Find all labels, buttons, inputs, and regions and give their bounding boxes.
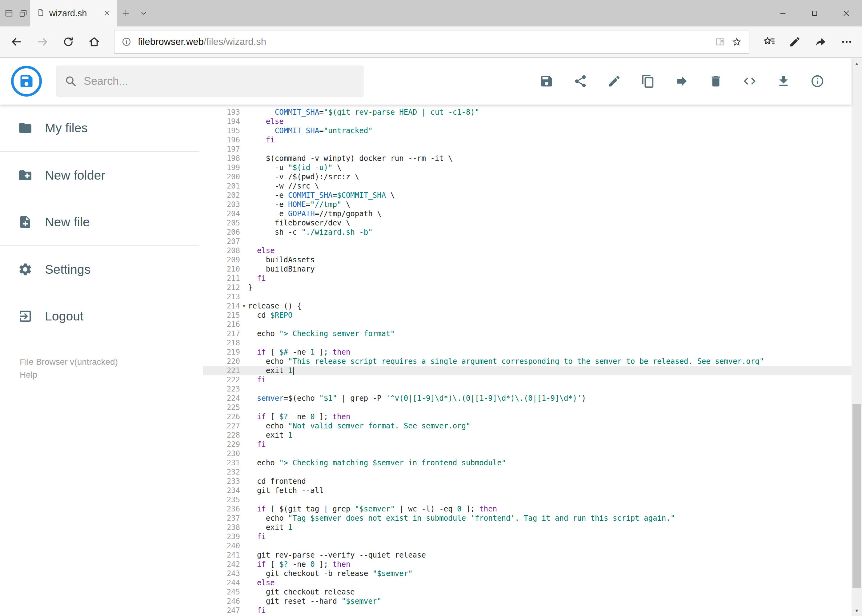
code-line[interactable]: 227 echo "Not valid semver format. See s… [203,421,851,431]
address-bar[interactable]: filebrowser.web/files/wizard.sh [114,30,749,54]
web-note-pen-icon[interactable] [782,28,808,55]
code-line[interactable]: 235 [203,495,851,504]
sidebar-item-my-files[interactable]: My files [0,105,203,151]
code-line[interactable]: 221 exit 1 [203,366,851,375]
sidebar-item-new-file[interactable]: New file [0,199,203,245]
code-line[interactable]: 199 -u "$(id -u)" \ [203,163,851,172]
code-line[interactable]: 224 semver=$(echo "$1" | grep -P '^v(0|[… [203,394,851,403]
code-line[interactable]: 220 echo "This release script requires a… [203,357,851,366]
code-line[interactable]: 195 COMMIT_SHA="untracked" [203,126,851,135]
hub-favorites-icon[interactable] [756,28,782,55]
code-line[interactable]: 225 [203,403,851,412]
download-icon[interactable] [777,74,791,88]
code-line[interactable]: 215 cd $REPO [203,311,851,320]
search-box[interactable] [56,66,364,97]
move-arrow-icon[interactable] [675,74,689,88]
code-line[interactable]: 214▾release () { [203,302,851,311]
fold-marker-icon[interactable]: ▾ [240,302,248,311]
refresh-icon[interactable] [55,28,81,55]
code-line[interactable]: 206 sh -c "./wizard.sh -b" [203,228,851,237]
save-icon[interactable] [539,74,554,88]
code-line[interactable]: 208 else [203,246,851,255]
code-line[interactable]: 201 -w //src \ [203,181,851,191]
code-line[interactable]: 229 fi [203,440,851,449]
code-line[interactable]: 232 [203,467,851,477]
sidebar-item-new-folder[interactable]: New folder [0,152,203,199]
tab-close-icon[interactable] [101,7,113,19]
code-line[interactable]: 228 exit 1 [203,431,851,440]
rename-pencil-icon[interactable] [607,74,621,88]
close-button[interactable] [830,0,862,27]
code-line[interactable]: 239 fi [203,532,851,541]
code-line[interactable]: 218 [203,338,851,347]
copy-icon[interactable] [641,74,655,88]
code-line[interactable]: 231 echo "> Checking matching $semver in… [203,458,851,467]
reading-view-icon[interactable] [712,33,728,50]
search-input[interactable] [84,75,355,88]
filebrowser-logo[interactable] [11,66,42,97]
code-line[interactable]: 203 -e HOME="//tmp" \ [203,200,851,209]
maximize-button[interactable] [799,0,830,27]
code-line[interactable]: 247 fi [203,606,851,615]
help-link[interactable]: Help [20,368,203,381]
code-line[interactable]: 244 else [203,578,851,588]
browser-tab[interactable]: wizard.sh [30,0,117,27]
code-line[interactable]: 198 $(command -v winpty) docker run --rm… [203,154,851,163]
code-line[interactable]: 238 exit 1 [203,523,851,532]
code-line[interactable]: 213 [203,292,851,302]
code-line[interactable]: 237 echo "Tag $semver does not exist in … [203,514,851,523]
code-line[interactable]: 216 [203,320,851,329]
scroll-down-icon[interactable]: ▼ [851,605,862,616]
code-line[interactable]: 219 if [ $# -ne 1 ]; then [203,347,851,357]
page-scrollbar[interactable]: ▲ ▼ [851,58,862,616]
tabs-preview-icon[interactable] [2,0,16,27]
code-line[interactable]: 217 echo "> Checking semver format" [203,329,851,338]
more-options-icon[interactable] [834,28,860,55]
code-line[interactable]: 240 [203,541,851,550]
code-line[interactable]: 241 git rev-parse --verify --quiet relea… [203,550,851,560]
share-file-icon[interactable] [573,74,588,88]
code-line[interactable]: 204 -e GOPATH=//tmp/gopath \ [203,209,851,218]
code-line[interactable]: 202 -e COMMIT_SHA=$COMMIT_SHA \ [203,191,851,200]
code-line[interactable]: 210 buildBinary [203,264,851,274]
chevron-down-icon[interactable] [135,0,153,27]
code-line[interactable]: 223 [203,384,851,394]
code-line[interactable]: 230 [203,449,851,458]
site-info-icon[interactable] [118,33,135,50]
code-line[interactable]: 234 git fetch --all [203,486,851,495]
code-line[interactable]: 193 COMMIT_SHA="$(git rev-parse HEAD | c… [203,108,851,117]
raw-code-icon[interactable] [742,74,757,88]
sidebar-item-logout[interactable]: Logout [0,293,203,339]
back-icon[interactable] [4,28,30,55]
code-line[interactable]: 236 if [ $(git tag | grep "$semver" | wc… [203,504,851,514]
code-line[interactable]: 212} [203,283,851,292]
code-line[interactable]: 245 git checkout release [203,588,851,597]
code-line[interactable]: 243 git checkout -b release "$semver" [203,569,851,578]
code-line[interactable]: 209 buildAssets [203,255,851,264]
code-line[interactable]: 211 fi [203,274,851,283]
code-line[interactable]: 233 cd frontend [203,477,851,486]
info-icon[interactable] [810,74,824,88]
code-line[interactable]: 197 [203,145,851,154]
minimize-button[interactable] [767,0,799,27]
code-line[interactable]: 207 [203,237,851,246]
code-line[interactable]: 226 if [ $? -ne 0 ]; then [203,412,851,421]
scroll-up-icon[interactable]: ▲ [851,58,862,69]
share-icon[interactable] [808,28,834,55]
code-line[interactable]: 200 -v /$(pwd):/src:z \ [203,172,851,181]
favorite-star-icon[interactable] [728,33,745,50]
sidebar-item-settings[interactable]: Settings [0,246,203,293]
code-line[interactable]: 242 if [ $? -ne 0 ]; then [203,560,851,569]
code-line[interactable]: 205 filebrowser/dev \ [203,218,851,228]
new-tab-button[interactable] [117,0,135,27]
code-line[interactable]: 196 fi [203,135,851,145]
code-line[interactable]: 222 fi [203,375,851,384]
code-line[interactable]: 246 git reset --hard "$semver" [203,597,851,606]
code-line[interactable]: 194 else [203,117,851,126]
forward-icon[interactable] [30,28,55,55]
home-icon[interactable] [81,28,107,55]
delete-trash-icon[interactable] [709,74,723,88]
code-editor[interactable]: 193 COMMIT_SHA="$(git rev-parse HEAD | c… [203,105,851,616]
scrollbar-thumb[interactable] [853,404,861,588]
set-tabs-aside-icon[interactable] [16,0,30,27]
